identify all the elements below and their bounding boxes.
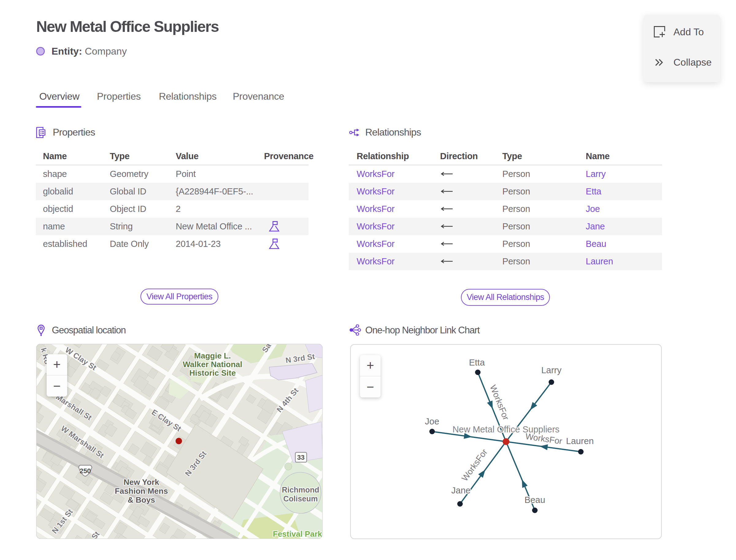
- svg-text:New Metal Office Suppliers: New Metal Office Suppliers: [452, 424, 559, 434]
- svg-text:Historic Site: Historic Site: [189, 368, 236, 378]
- svg-text:Lauren: Lauren: [566, 436, 594, 446]
- svg-text:New York: New York: [124, 478, 159, 487]
- svg-text:Richmond: Richmond: [282, 485, 319, 494]
- svg-text:Beau: Beau: [524, 495, 545, 505]
- svg-text:Festival Park: Festival Park: [273, 529, 322, 539]
- svg-text:Jane: Jane: [451, 485, 471, 495]
- svg-text:& Boys: & Boys: [128, 495, 155, 504]
- svg-text:Walker National: Walker National: [183, 360, 242, 369]
- svg-text:Etta: Etta: [469, 358, 485, 367]
- svg-text:Coliseum: Coliseum: [283, 494, 318, 503]
- svg-text:Larry: Larry: [541, 365, 562, 375]
- svg-text:Fashion Mens: Fashion Mens: [115, 486, 168, 496]
- svg-text:Maggie L.: Maggie L.: [194, 351, 231, 360]
- svg-text:Joe: Joe: [425, 416, 439, 426]
- svg-text:WorksFor: WorksFor: [460, 447, 489, 483]
- svg-text:33: 33: [297, 454, 305, 461]
- svg-text:250: 250: [80, 467, 91, 475]
